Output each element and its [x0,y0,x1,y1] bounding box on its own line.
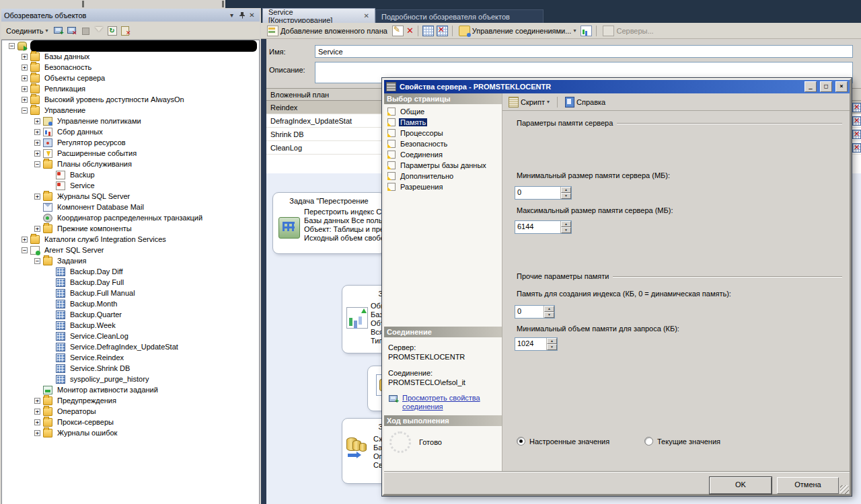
tree-item[interactable]: +Репликация [2,83,259,94]
tree-expander-icon[interactable]: − [34,258,40,264]
tab-service-designer[interactable]: Service [Конструирование] ✕ [262,8,375,23]
tree-expander-icon[interactable]: + [34,194,40,200]
dialog-page-item[interactable]: Процессоры [384,128,502,138]
spin-up-icon[interactable]: ▲ [547,338,557,344]
dialog-page-item[interactable]: Безопасность [384,138,502,149]
tree-expander-icon[interactable]: − [22,247,28,253]
dialog-titlebar[interactable]: Свойства сервера - PROMSTEKLOCENTR _ □ × [384,80,850,93]
tree-item[interactable]: +Базы данных [2,51,259,62]
min-memory-spinner[interactable]: 0 ▲▼ [515,186,572,200]
tree-item[interactable]: −Агент SQL Server [2,245,259,255]
tree-item[interactable]: Service.Shrink DB [2,363,259,374]
view-connection-properties-link[interactable]: + Просмотреть свойства соединения [388,394,498,411]
tree-item[interactable]: Backup.Full Manual [2,288,259,298]
tree-item[interactable]: +Управление политиками [2,116,259,126]
tree-expander-icon[interactable]: − [22,108,28,114]
tree-item[interactable]: +Каталоги служб Integration Services [2,234,259,245]
plan-name-input[interactable] [315,45,853,58]
tree-item[interactable]: +Предупреждения [2,395,259,406]
subplan-schedule-icon[interactable] [422,26,434,36]
configured-values-radio[interactable]: Настроенные значения [517,437,609,446]
filter-icon[interactable] [93,26,104,36]
tab-object-explorer-details[interactable]: Подробности обозревателя объектов [375,9,544,23]
tree-item[interactable]: +Расширенные события [2,148,259,159]
tree-item[interactable]: +Объекты сервера [2,73,259,83]
manage-connections-button[interactable]: Управление соединениями... ▾ [457,24,578,38]
help-button[interactable]: Справка [563,95,607,109]
chevron-down-icon[interactable]: ▾ [227,11,237,20]
tree-item[interactable]: Backup.Day Full [2,277,259,288]
tree-expander-icon[interactable]: + [34,409,40,415]
servers-button[interactable]: Серверы... [601,24,655,38]
connect-server-icon[interactable]: + [53,26,64,36]
tree-item[interactable]: +Регулятор ресурсов [2,137,259,148]
tree-item[interactable]: Service.Reindex [2,352,259,363]
tree-item[interactable]: − [2,40,259,51]
tree-expander-icon[interactable]: + [34,129,40,135]
disconnect-server-icon[interactable]: ✕ [67,26,77,36]
tree-item[interactable]: +Высокий уровень доступности AlwaysOn [2,94,259,105]
tree-item[interactable]: Компонент Database Mail [2,202,259,212]
tree-item[interactable]: +Прокси-серверы [2,417,259,427]
cancel-button[interactable]: Отмена [777,477,839,494]
task-rebuild-index[interactable]: Задача "Перестроение Перестроить индекс … [272,192,385,254]
tree-item[interactable]: Backup.Month [2,298,259,309]
connect-dropdown-button[interactable]: Соединить ▾ [4,26,50,36]
pin-icon[interactable] [237,11,247,20]
tree-item[interactable]: +Сбор данных [2,126,259,137]
ok-button[interactable]: OK [710,477,772,494]
maximize-icon[interactable]: □ [820,81,832,92]
tree-expander-icon[interactable]: + [34,419,40,425]
tree-expander-icon[interactable]: + [34,140,40,146]
resize-grip[interactable] [840,485,849,494]
tree-expander-icon[interactable]: + [34,151,40,157]
query-memory-spinner[interactable]: 1024 ▲▼ [515,337,558,351]
tree-item[interactable]: Backup [2,169,259,180]
tree-expander-icon[interactable]: + [34,226,40,232]
edit-subplan-icon[interactable] [392,26,404,36]
running-values-radio[interactable]: Текущие значения [644,437,720,446]
dialog-page-item[interactable]: Разрешения [384,181,502,192]
tree-item[interactable]: −Планы обслуживания [2,159,259,169]
delete-subplan-icon[interactable]: ✕ [406,26,414,36]
reporting-icon[interactable] [581,26,592,36]
tree-item[interactable]: Backup.Week [2,320,259,331]
dialog-page-item[interactable]: Соединения [384,149,502,160]
tree-item[interactable]: syspolicy_purge_history [2,374,259,384]
spin-up-icon[interactable]: ▲ [561,221,571,227]
tree-item[interactable]: +Безопасность [2,62,259,73]
refresh-icon[interactable]: ↻ [107,26,118,36]
add-subplan-button[interactable]: Добавление вложенного плана [265,24,389,38]
subplan-schedule-icon[interactable] [852,130,861,139]
tree-item[interactable]: Координатор распределенных транзакций [2,212,259,223]
remove-schedule-icon[interactable]: ✕ [437,26,448,36]
stop-script-icon[interactable]: ✕ [120,26,131,36]
tree-expander-icon[interactable]: + [34,430,40,436]
subplan-schedule-icon[interactable] [852,103,861,112]
tree-expander-icon[interactable]: + [34,398,40,404]
spin-down-icon[interactable]: ▼ [561,227,571,233]
dialog-page-item[interactable]: Дополнительно [384,171,502,181]
minimize-icon[interactable]: _ [804,81,817,92]
spin-up-icon[interactable]: ▲ [544,306,554,312]
tree-item[interactable]: Service.CleanLog [2,331,259,341]
tree-item[interactable]: +Операторы [2,406,259,417]
tree-expander-icon[interactable]: + [22,237,28,243]
stop-icon[interactable] [80,26,91,36]
tree-expander-icon[interactable]: + [22,86,28,92]
tree-expander-icon[interactable]: − [9,43,15,49]
tree-item[interactable]: Backup.Day Diff [2,266,259,277]
tree-expander-icon[interactable]: + [22,97,28,103]
tree-item[interactable]: Монитор активности заданий [2,384,259,395]
index-memory-spinner[interactable]: 0 ▲▼ [515,305,555,319]
tree-item[interactable]: −Управление [2,105,259,116]
close-tab-icon[interactable]: ✕ [364,12,369,19]
tree-expander-icon[interactable]: − [34,161,40,167]
dialog-page-item[interactable]: Параметры базы данных [384,160,502,171]
spin-down-icon[interactable]: ▼ [544,312,554,318]
max-memory-spinner[interactable]: 6144 ▲▼ [515,220,572,234]
close-icon[interactable]: ✕ [247,11,257,20]
tree-expander-icon[interactable]: + [22,54,28,60]
close-icon[interactable]: × [835,81,848,92]
tree-item[interactable]: −Задания [2,255,259,266]
